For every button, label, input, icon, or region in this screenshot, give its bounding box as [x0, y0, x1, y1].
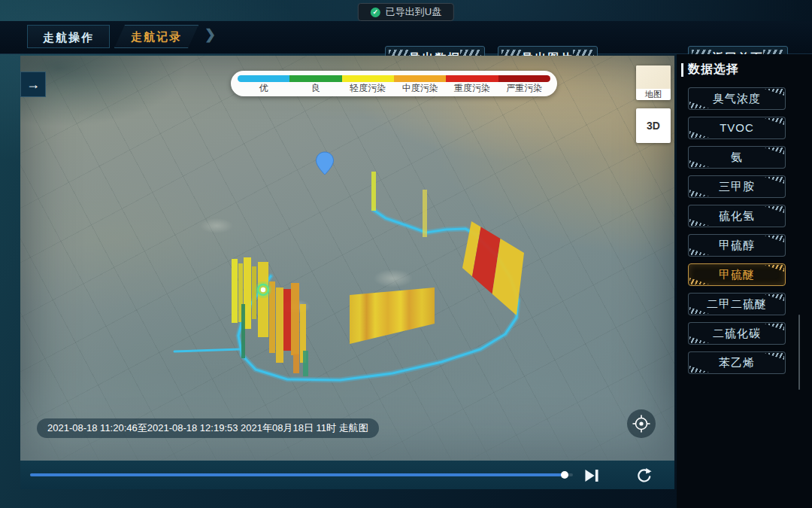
- sidebar-title-text: 数据选择: [688, 62, 739, 78]
- data-select-sidebar: 数据选择 臭气浓度 TVOC 氨 三甲胺 硫化氢 甲硫醇 甲硫醚 二甲二硫醚 二…: [677, 54, 812, 508]
- pollution-bar-red: [283, 289, 291, 351]
- aqi-legend-colorbar: [238, 75, 550, 82]
- playback-track[interactable]: [30, 473, 573, 476]
- tab-patrol-operation[interactable]: 走航操作: [27, 25, 110, 48]
- pollution-bar: [232, 259, 238, 323]
- legend-color-light: [342, 75, 394, 82]
- pollution-bar: [258, 262, 268, 337]
- mode-3d-button[interactable]: 3D: [636, 108, 671, 143]
- pollutant-button-trimethylamine[interactable]: 三甲胺: [688, 175, 786, 198]
- pollutant-button-odor[interactable]: 臭气浓度: [688, 87, 786, 110]
- pollutant-button-dimethyl-disulfide[interactable]: 二甲二硫醚: [688, 293, 786, 315]
- legend-label: 重度污染: [446, 82, 498, 95]
- legend-color-moderate: [394, 75, 446, 82]
- pollution-bar: [293, 354, 299, 373]
- pollution-bar: [291, 283, 299, 355]
- playback-bar: [20, 461, 674, 489]
- basemap-label: 地图: [636, 89, 671, 99]
- pollution-bar: [371, 172, 376, 211]
- aqi-legend: 优 良 轻度污染 中度污染 重度污染 严重污染: [231, 71, 557, 96]
- basemap-layer-button[interactable]: 地图: [636, 65, 671, 100]
- pollutant-button-methyl-sulfide[interactable]: 甲硫醚: [688, 263, 786, 286]
- legend-label: 中度污染: [394, 82, 446, 95]
- pollutant-button-tvoc[interactable]: TVOC: [688, 117, 786, 139]
- success-check-icon: ✓: [371, 8, 380, 17]
- pollution-bar: [423, 190, 427, 237]
- pollutant-button-ammonia[interactable]: 氨: [688, 146, 786, 169]
- top-navbar: 走航操作 走航记录 ❯ 导出数据 导出图片 返回首页: [0, 21, 812, 54]
- legend-label: 轻度污染: [342, 82, 394, 95]
- aqi-legend-labels: 优 良 轻度污染 中度污染 重度污染 严重污染: [238, 82, 550, 95]
- map-pin-icon[interactable]: [317, 152, 334, 175]
- title-accent-bar: [681, 63, 683, 77]
- map-canvas[interactable]: 优 良 轻度污染 中度污染 重度污染 严重污染 → 地图 3D: [20, 56, 674, 461]
- tab-patrol-record[interactable]: 走航记录: [114, 25, 198, 48]
- toast-text: 已导出到U盘: [386, 5, 441, 19]
- pollutant-button-carbon-disulfide[interactable]: 二硫化碳: [688, 322, 786, 345]
- vehicle-marker-dot: [261, 287, 265, 292]
- legend-label: 严重污染: [498, 82, 550, 95]
- crosshair-icon: [632, 414, 651, 433]
- playback-progress: [30, 473, 565, 476]
- legend-label: 良: [289, 82, 341, 95]
- pollution-bar: [276, 287, 283, 363]
- skip-to-end-button[interactable]: [583, 467, 600, 484]
- collapse-panel-arrow-button[interactable]: →: [20, 71, 46, 97]
- legend-color-good: [289, 75, 341, 82]
- legend-color-heavy: [446, 75, 498, 82]
- sidebar-title: 数据选择: [681, 62, 739, 78]
- patrol-track-spur: [174, 349, 241, 351]
- legend-label: 优: [238, 82, 289, 95]
- chevron-right-icon: ❯: [205, 26, 216, 43]
- legend-color-severe: [498, 75, 550, 82]
- pollutant-button-styrene[interactable]: 苯乙烯: [688, 351, 786, 374]
- pollution-bar-green: [241, 304, 245, 358]
- sidebar-scrollbar[interactable]: [798, 315, 800, 390]
- patrol-timestamp: 2021-08-18 11:20:46至2021-08-18 12:19:53 …: [37, 418, 379, 438]
- toast-export-success: ✓ 已导出到U盘: [358, 3, 454, 21]
- legend-color-excellent: [238, 75, 289, 82]
- locate-button[interactable]: [627, 409, 656, 438]
- pollution-overlay: [20, 56, 674, 461]
- pollutant-button-methyl-mercaptan[interactable]: 甲硫醇: [688, 234, 786, 257]
- pollution-bar-green: [303, 351, 308, 376]
- dashboard: ✓ 已导出到U盘 走航操作 走航记录 ❯ 导出数据 导出图片 返回首页: [0, 0, 812, 508]
- basemap-thumbnail: [636, 65, 671, 89]
- pollutant-button-hydrogen-sulfide[interactable]: 硫化氢: [688, 205, 786, 227]
- playback-knob[interactable]: [561, 471, 568, 479]
- refresh-button[interactable]: [635, 467, 652, 484]
- curtain-wall-mid: [350, 287, 435, 344]
